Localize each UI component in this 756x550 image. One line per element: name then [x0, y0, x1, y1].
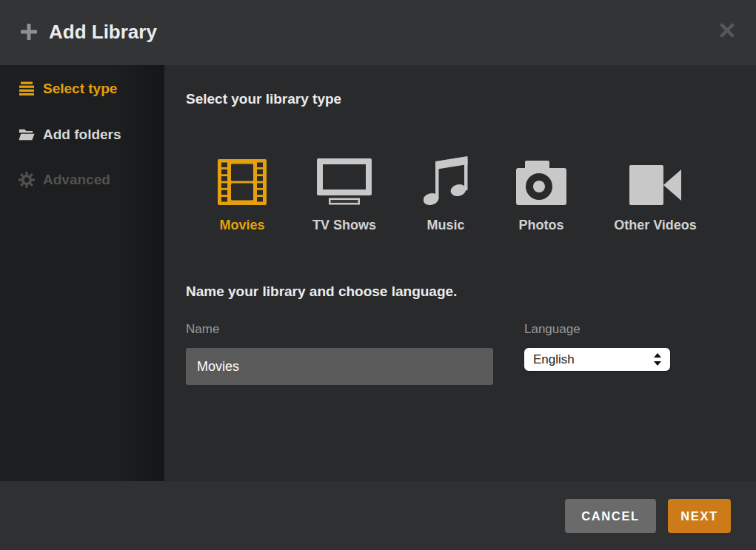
- section-title-library-type: Select your library type: [186, 91, 341, 107]
- library-type-label: TV Shows: [312, 218, 376, 233]
- folder-icon: [19, 127, 35, 143]
- sidebar-item-label: Select type: [43, 81, 117, 97]
- dialog-title: Add Library: [49, 21, 157, 44]
- library-type-label: Movies: [219, 218, 264, 233]
- gear-icon: [19, 172, 35, 188]
- sidebar-item-add-folders[interactable]: Add folders: [19, 124, 121, 146]
- sidebar-item-select-type[interactable]: Select type: [19, 78, 117, 100]
- library-type-movies[interactable]: Movies: [218, 156, 267, 233]
- film-icon: [218, 156, 267, 205]
- sidebar-item-label: Advanced: [43, 172, 110, 188]
- library-type-label: Other Videos: [614, 218, 697, 233]
- dialog-header: Add Library: [0, 0, 756, 65]
- library-type-tv-shows[interactable]: TV Shows: [317, 156, 372, 233]
- tv-icon: [317, 156, 372, 205]
- add-library-dialog: Add Library Select type A: [0, 0, 756, 550]
- language-label: Language: [524, 322, 581, 337]
- music-note-icon: [424, 156, 468, 205]
- close-icon[interactable]: [720, 23, 735, 38]
- camera-icon: [516, 156, 566, 205]
- dialog-main: Select your library type: [164, 65, 756, 481]
- sidebar-item-advanced[interactable]: Advanced: [19, 169, 110, 191]
- next-button[interactable]: NEXT: [668, 499, 731, 533]
- dialog-footer: CANCEL NEXT: [0, 481, 756, 550]
- plus-icon: [21, 24, 37, 40]
- cancel-button[interactable]: CANCEL: [565, 499, 656, 533]
- language-select[interactable]: English: [524, 348, 670, 371]
- name-label: Name: [186, 322, 219, 337]
- library-type-list: Movies TV Shows: [218, 156, 681, 233]
- language-select-value: English: [533, 352, 654, 367]
- library-name-input[interactable]: [186, 348, 493, 385]
- sidebar-item-label: Add folders: [43, 127, 121, 143]
- section-title-name-language: Name your library and choose language.: [186, 284, 457, 300]
- library-type-photos[interactable]: Photos: [516, 156, 566, 233]
- library-type-label: Photos: [519, 218, 564, 233]
- video-camera-icon: [629, 156, 681, 205]
- library-type-music[interactable]: Music: [424, 156, 468, 233]
- dialog-sidebar: Select type Add folders: [0, 65, 164, 481]
- list-lines-icon: [19, 81, 35, 97]
- library-type-label: Music: [426, 218, 464, 233]
- library-type-other-videos[interactable]: Other Videos: [629, 156, 681, 233]
- select-arrows-icon: [654, 353, 661, 366]
